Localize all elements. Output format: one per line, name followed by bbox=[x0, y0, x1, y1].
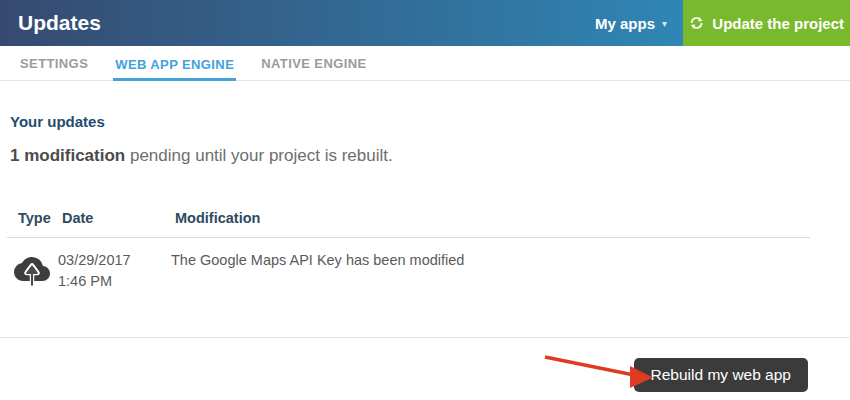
footer-divider bbox=[0, 337, 850, 338]
engine-tabs: SETTINGS WEB APP ENGINE NATIVE ENGINE bbox=[0, 46, 850, 81]
pending-summary: 1 modification pending until your projec… bbox=[10, 146, 393, 166]
updates-page: Updates My apps ▾ Update the project SET… bbox=[0, 0, 850, 400]
column-header-modification: Modification bbox=[175, 210, 810, 226]
my-apps-label: My apps bbox=[595, 15, 655, 32]
column-header-date: Date bbox=[62, 210, 175, 226]
row-date: 03/29/2017 1:46 PM bbox=[58, 250, 171, 292]
update-project-button[interactable]: Update the project bbox=[683, 0, 850, 46]
row-date-line1: 03/29/2017 bbox=[58, 250, 171, 271]
tab-native-engine[interactable]: NATIVE ENGINE bbox=[259, 56, 368, 80]
tab-web-app-engine[interactable]: WEB APP ENGINE bbox=[113, 57, 236, 81]
cloud-upload-icon bbox=[14, 251, 50, 287]
row-modification: The Google Maps API Key has been modifie… bbox=[171, 250, 810, 271]
pending-count: 1 modification bbox=[10, 146, 125, 165]
row-date-line2: 1:46 PM bbox=[58, 271, 171, 292]
column-header-type: Type bbox=[18, 210, 62, 226]
table-row: 03/29/2017 1:46 PM The Google Maps API K… bbox=[7, 250, 810, 293]
tab-settings[interactable]: SETTINGS bbox=[18, 56, 90, 80]
chevron-down-icon: ▾ bbox=[662, 18, 667, 29]
page-title: Updates bbox=[18, 11, 595, 35]
top-bar: Updates My apps ▾ Update the project bbox=[0, 0, 850, 46]
pending-summary-text: pending until your project is rebuilt. bbox=[125, 146, 392, 165]
my-apps-menu[interactable]: My apps ▾ bbox=[595, 15, 667, 32]
refresh-icon bbox=[689, 14, 704, 32]
update-project-label: Update the project bbox=[712, 15, 844, 32]
rebuild-web-app-button[interactable]: Rebuild my web app bbox=[634, 358, 808, 392]
updates-table-header: Type Date Modification bbox=[7, 210, 810, 238]
section-title: Your updates bbox=[10, 113, 105, 130]
